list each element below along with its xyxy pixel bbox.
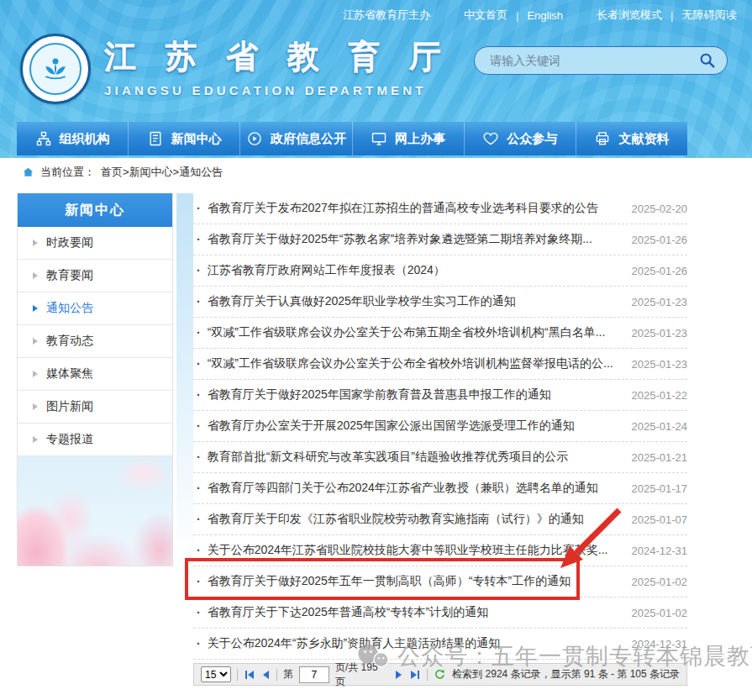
notice-date: 2025-01-23 [632,358,688,371]
notice-title[interactable]: 省教育厅关于发布2027年拟在江苏招生的普通高校专业选考科目要求的公告 [208,201,620,216]
notice-row[interactable]: · 省教育厅关于印发《江苏省职业院校劳动教育实施指南（试行）》的通知 2025-… [193,504,687,535]
notice-row[interactable]: · 省教育厅等四部门关于公布2024年江苏省产业教授（兼职）选聘名单的通知 20… [193,473,687,504]
bullet-icon: · [197,637,201,650]
sidebar-header: 新闻中心 [18,193,172,227]
link-elder-mode[interactable]: 长者浏览模式 [597,8,662,23]
monitor-icon [371,130,387,147]
sidebar-item[interactable]: 教育要闻 [18,260,172,292]
bullet-icon: · [197,388,201,402]
bullet-icon: · [197,202,201,215]
link-host-site[interactable]: 江苏省教育厅主办 [343,8,430,23]
notice-title[interactable]: “双减”工作省级联席会议办公室关于公布全省校外培训机构监督举报电话的公... [208,356,620,371]
notice-title[interactable]: 省教育厅关于下达2025年普通高校“专转本”计划的通知 [208,605,620,620]
notice-date: 2025-01-17 [632,482,688,495]
nav-item-label: 公众参与 [507,131,557,147]
first-page-button[interactable] [244,671,255,679]
breadcrumb-path[interactable]: 首页>新闻中心>通知公告 [101,165,223,180]
link-accessibility[interactable]: 无障碍阅读 [681,8,736,23]
notice-date: 2025-01-07 [632,513,688,526]
notice-title[interactable]: 省教育厅等四部门关于公布2024年江苏省产业教授（兼职）选聘名单的通知 [208,481,620,496]
info-disclosure-icon [246,130,263,147]
sidebar-item[interactable]: 通知公告 [18,292,172,325]
archive-printer-icon [594,130,611,147]
divider [276,669,277,681]
page-label-prefix: 第 [283,667,293,682]
notice-title[interactable]: 省教育厅关于做好2025年“苏教名家”培养对象遴选暨第二期培养对象终期... [208,232,620,247]
page-size-select[interactable]: 15 [201,666,231,682]
sidebar-item-label: 专题报道 [46,432,93,447]
link-english[interactable]: English [527,9,563,22]
triangle-icon [33,338,38,345]
divider [427,669,428,681]
notice-title[interactable]: 江苏省教育厅政府网站工作年度报表（2024） [208,263,620,278]
sidebar-item-label: 通知公告 [46,301,93,316]
notice-row[interactable]: · 江苏省教育厅政府网站工作年度报表（2024） 2025-01-26 [193,255,687,287]
link-chinese-home[interactable]: 中文首页 [464,8,507,23]
notice-row[interactable]: · 省教育厅关于做好2025年“苏教名家”培养对象遴选暨第二期培养对象终期...… [193,224,687,255]
last-page-button[interactable] [409,671,421,679]
nav-item-organization[interactable]: 组织机构 [17,122,129,155]
nav-item-documents[interactable]: 文献资料 [576,122,687,155]
main-nav: 组织机构 新闻中心 政府信息公开 网上办事 公众参与 [17,122,687,155]
notice-row[interactable]: · 省教育厅关于认真做好2025年职业学校学生实习工作的通知 2025-01-2… [193,287,687,318]
notice-row[interactable]: · 省教育厅关于发布2027年拟在江苏招生的普通高校专业选考科目要求的公告 20… [193,193,687,224]
nav-item-news-center[interactable]: 新闻中心 [129,122,240,155]
notice-row[interactable]: · 省教育厅办公室关于开展2025年国家公派出国留学选派受理工作的通知 2025… [193,411,687,442]
sidebar-item-label: 图片新闻 [46,399,93,414]
bullet-icon: · [197,233,201,246]
notice-date: 2025-02-20 [632,203,688,215]
sidebar-item[interactable]: 专题报道 [18,424,172,456]
notice-title[interactable]: 省教育厅关于做好2025年国家学前教育普及普惠县申报工作的通知 [208,387,620,403]
bullet-icon: · [197,450,201,464]
nav-item-public-participation[interactable]: 公众参与 [465,122,576,155]
page-number-input[interactable] [299,666,329,683]
refresh-icon [434,668,446,681]
sidebar-item-label: 媒体聚焦 [46,366,93,382]
search-icon [698,51,717,70]
refresh-button[interactable] [434,668,446,681]
notice-row[interactable]: · “双减”工作省级联席会议办公室关于公布第五期全省校外培训机构“黑白名单...… [193,318,687,349]
notice-row[interactable]: · 省教育厅关于下达2025年普通高校“专转本”计划的通知 2025-01-02 [193,597,687,629]
nav-item-label: 网上办事 [395,131,445,147]
notice-title[interactable]: 省教育厅办公室关于开展2025年国家公派出国留学选派受理工作的通知 [208,418,620,434]
notice-title[interactable]: 省教育厅关于印发《江苏省职业院校劳动教育实施指南（试行）》的通知 [208,512,620,527]
sidebar-item[interactable]: 图片新闻 [18,391,172,424]
bullet-icon: · [197,264,201,277]
notice-row[interactable]: · “双减”工作省级联席会议办公室关于公布全省校外培训机构监督举报电话的公...… [193,349,687,380]
notice-title[interactable]: 关于公布2024年江苏省职业院校技能大赛中等职业学校班主任能力比赛获奖... [208,543,620,558]
sidebar-item-label: 教育要闻 [46,268,93,283]
breadcrumb-prefix: 当前位置： [40,165,95,180]
notice-title[interactable]: 省教育厅关于做好2025年五年一贯制高职（高师）“专转本”工作的通知 [208,574,620,589]
sidebar-item-label: 时政要闻 [46,235,93,250]
bullet-icon: · [197,419,201,433]
sidebar-item[interactable]: 教育动态 [18,325,172,358]
search-button[interactable] [698,51,717,70]
notice-date: 2025-01-23 [632,327,688,339]
nav-item-label: 新闻中心 [171,131,222,147]
nav-item-label: 组织机构 [60,131,110,147]
notice-title[interactable]: 教育部首批“新文科研究与改革实践项目”结题验收推荐优秀项目的公示 [208,450,620,465]
department-logo[interactable] [20,34,91,104]
nav-item-label: 政府信息公开 [271,131,346,147]
notice-row[interactable]: · 省教育厅关于做好2025年五年一贯制高职（高师）“专转本”工作的通知 202… [193,566,687,597]
notice-row[interactable]: · 教育部首批“新文科研究与改革实践项目”结题验收推荐优秀项目的公示 2025-… [193,442,687,473]
site-titles: 江 苏 省 教 育 厅 JIANGSU EDUCATION DEPARTMENT [104,34,451,97]
notice-title[interactable]: 省教育厅关于认真做好2025年职业学校学生实习工作的通知 [208,294,620,309]
nav-item-online-service[interactable]: 网上办事 [353,122,465,155]
search-input[interactable] [488,53,698,68]
bullet-icon: · [197,513,201,526]
bullet-icon: · [197,326,201,339]
notice-title[interactable]: “双减”工作省级联席会议办公室关于公布第五期全省校外培训机构“黑白名单... [208,325,620,340]
notice-date: 2025-01-23 [632,296,688,308]
logo-emblem [29,43,82,95]
bullet-icon: · [197,544,201,557]
notice-row[interactable]: · 关于公布2024年“苏乡永助”资助育人主题活动结果的通知 2024-12-3… [193,629,687,660]
sidebar-item[interactable]: 时政要闻 [18,227,172,260]
notice-title[interactable]: 关于公布2024年“苏乡永助”资助育人主题活动结果的通知 [208,636,620,651]
prev-page-button[interactable] [261,671,271,679]
notice-row[interactable]: · 关于公布2024年江苏省职业院校技能大赛中等职业学校班主任能力比赛获奖...… [193,535,687,566]
notice-row[interactable]: · 省教育厅关于做好2025年国家学前教育普及普惠县申报工作的通知 2025-0… [193,380,687,411]
nav-item-gov-info[interactable]: 政府信息公开 [240,122,352,155]
next-page-button[interactable] [394,671,403,679]
sidebar-item[interactable]: 媒体聚焦 [18,358,172,391]
